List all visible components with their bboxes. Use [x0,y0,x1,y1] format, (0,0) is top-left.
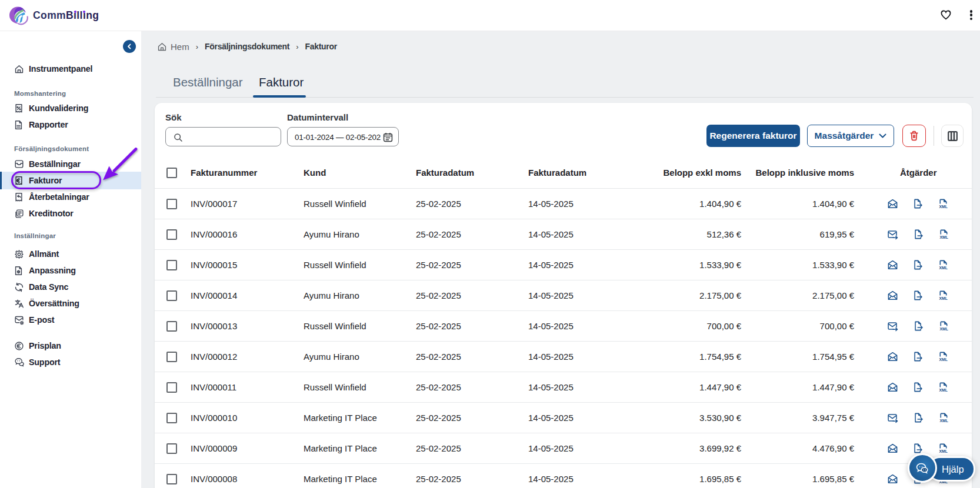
svg-text:XML: XML [939,266,947,270]
svg-text:XML: XML [939,419,948,423]
svg-text:XML: XML [939,205,947,209]
svg-text:XML: XML [939,357,947,362]
svg-text:XML: XML [939,296,947,300]
svg-text:XML: XML [939,449,947,453]
svg-text:XML: XML [939,235,948,239]
svg-text:XML: XML [939,388,947,392]
svg-text:XML: XML [939,327,948,331]
